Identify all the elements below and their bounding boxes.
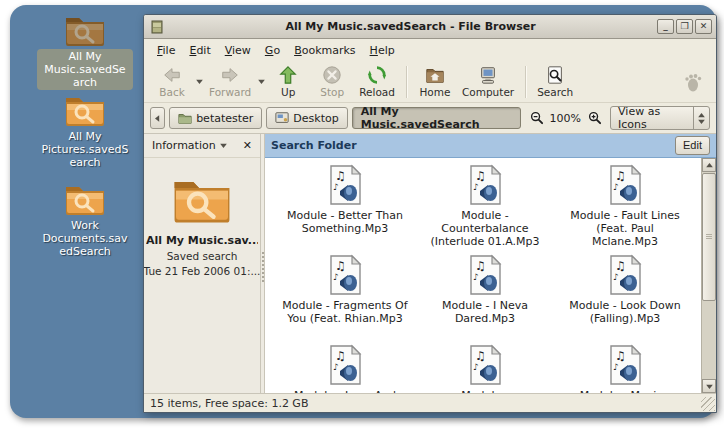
path-button-home[interactable]: betatester: [169, 107, 262, 129]
chevron-down-icon: [698, 119, 705, 124]
home-icon: [424, 65, 446, 85]
file-item[interactable]: Module - Love And: [275, 344, 415, 393]
content-pane: Search Folder Edit Module - Better Than …: [265, 134, 716, 393]
reload-label: Reload: [359, 86, 395, 98]
zoom-level: 100%: [550, 112, 581, 125]
screen: All My Music.savedSearch All My Pictures…: [0, 0, 724, 430]
maximize-button[interactable]: ❒: [676, 19, 693, 34]
stop-button[interactable]: Stop: [310, 62, 354, 102]
computer-icon: [477, 65, 499, 85]
sidebar-splitter[interactable]: [261, 134, 265, 393]
menu-edit[interactable]: Edit: [182, 41, 217, 60]
up-button[interactable]: Up: [266, 62, 310, 102]
desktop-icon-work-documents[interactable]: Work Documents.savedSearch: [35, 180, 135, 259]
resize-grip[interactable]: [701, 397, 715, 411]
path-desktop-label: Desktop: [293, 112, 338, 125]
file-item[interactable]: Module - Fault Lines (Feat. Paul Mclane.…: [555, 164, 695, 254]
saved-search-folder-icon-large: [170, 172, 234, 224]
vertical-scrollbar[interactable]: [701, 158, 716, 393]
desktop-icon: [275, 111, 289, 125]
back-label: Back: [159, 86, 185, 98]
scrollbar-trough[interactable]: [702, 301, 716, 379]
audio-file-icon: [467, 164, 503, 206]
sidebar-folder-date: Tue 21 Feb 2006 01:...: [144, 265, 261, 277]
search-button[interactable]: Search: [532, 62, 578, 102]
chevron-down-icon: [220, 143, 227, 148]
chevron-left-icon: [155, 115, 160, 122]
menu-help[interactable]: Help: [363, 41, 402, 60]
audio-file-icon: [467, 344, 503, 386]
chevron-down-icon: [706, 384, 713, 389]
window-icon: [150, 20, 164, 34]
file-item[interactable]: Module - Counterbalance (Interlude 01.A.…: [415, 164, 555, 254]
file-label: Module - Look Down (Falling).Mp3: [562, 299, 688, 325]
sidebar-close-button[interactable]: ✕: [239, 139, 256, 152]
toolbar-separator: [406, 66, 407, 98]
desktop[interactable]: All My Music.savedSearch All My Pictures…: [10, 5, 716, 418]
edit-search-button[interactable]: Edit: [675, 136, 710, 155]
stop-icon: [321, 65, 343, 85]
view-mode-spinner: [693, 107, 709, 129]
zoom-out-icon[interactable]: [529, 110, 544, 126]
view-mode-select[interactable]: View as Icons: [610, 106, 710, 130]
toolbar-separator: [525, 66, 526, 98]
chevron-down-icon: [258, 79, 265, 84]
zoom-in-icon[interactable]: [587, 110, 602, 126]
file-item[interactable]: Module - Better Than Something.Mp3: [275, 164, 415, 254]
path-scroll-left-button[interactable]: [150, 107, 165, 129]
window-title: All My Music.savedSearch - File Browser: [164, 20, 657, 33]
statusbar: 15 items, Free space: 1.2 GB: [144, 393, 716, 412]
toolbar: Back Forward Up Stop: [144, 61, 716, 103]
path-button-current[interactable]: All My Music.savedSearch: [352, 107, 521, 129]
home-button[interactable]: Home: [413, 62, 457, 102]
minimize-button[interactable]: _: [657, 19, 674, 34]
menu-view[interactable]: View: [218, 41, 258, 60]
audio-file-icon: [607, 344, 643, 386]
home-label: Home: [419, 86, 450, 98]
file-label: Module - Counterbalance (Interlude 01.A.…: [422, 209, 548, 248]
file-icon-view[interactable]: Module - Better Than Something.Mp3 Modul…: [265, 158, 701, 393]
search-icon: [544, 65, 566, 85]
scrollbar-thumb[interactable]: [702, 173, 716, 301]
forward-button[interactable]: Forward: [204, 62, 256, 102]
forward-icon: [219, 65, 241, 85]
forward-label: Forward: [209, 86, 251, 98]
folder-icon: [178, 111, 192, 125]
file-item[interactable]: Module - Look Down (Falling).Mp3: [555, 254, 695, 344]
scroll-down-button[interactable]: [702, 379, 716, 393]
scroll-up-button[interactable]: [702, 158, 716, 172]
back-icon: [161, 65, 183, 85]
file-browser-window: All My Music.savedSearch - File Browser …: [143, 14, 717, 413]
computer-button[interactable]: Computer: [457, 62, 519, 102]
audio-file-icon: [607, 164, 643, 206]
menu-bookmarks[interactable]: Bookmarks: [287, 41, 362, 60]
close-button[interactable]: ✕: [695, 19, 712, 34]
reload-button[interactable]: Reload: [354, 62, 400, 102]
back-history-dropdown[interactable]: [194, 62, 204, 102]
search-label: Search: [537, 86, 573, 98]
up-label: Up: [281, 86, 295, 98]
location-bar: betatester Desktop All My Music.savedSea…: [144, 103, 716, 133]
saved-search-folder-icon: [63, 11, 107, 47]
gnome-throbber-icon: [682, 71, 704, 93]
view-mode-label: View as Icons: [611, 105, 693, 131]
audio-file-icon: [467, 254, 503, 296]
file-item[interactable]: Module - I Neva Dared.Mp3: [415, 254, 555, 344]
file-item[interactable]: Module - Moving: [555, 344, 695, 393]
desktop-icon-all-my-music[interactable]: All My Music.savedSearch: [35, 11, 135, 90]
titlebar[interactable]: All My Music.savedSearch - File Browser …: [144, 15, 716, 39]
file-item[interactable]: Module -: [415, 344, 555, 393]
up-icon: [277, 65, 299, 85]
information-sidebar: Information ✕ All My Music.sav... Saved …: [144, 134, 261, 393]
file-item[interactable]: Module - Fragments Of You (Feat. Rhian.M…: [275, 254, 415, 344]
forward-history-dropdown[interactable]: [256, 62, 266, 102]
menu-go[interactable]: Go: [258, 41, 287, 60]
chevron-up-icon: [698, 113, 705, 118]
sidebar-folder-name: All My Music.sav...: [146, 234, 258, 247]
sidebar-panel-selector[interactable]: Information: [148, 137, 239, 154]
path-button-desktop[interactable]: Desktop: [266, 107, 347, 129]
desktop-icon-all-my-pictures[interactable]: All My Pictures.savedSearch: [35, 91, 135, 170]
desktop-icon-label: All My Pictures.savedSearch: [37, 129, 133, 170]
menu-file[interactable]: File: [150, 41, 182, 60]
back-button[interactable]: Back: [150, 62, 194, 102]
